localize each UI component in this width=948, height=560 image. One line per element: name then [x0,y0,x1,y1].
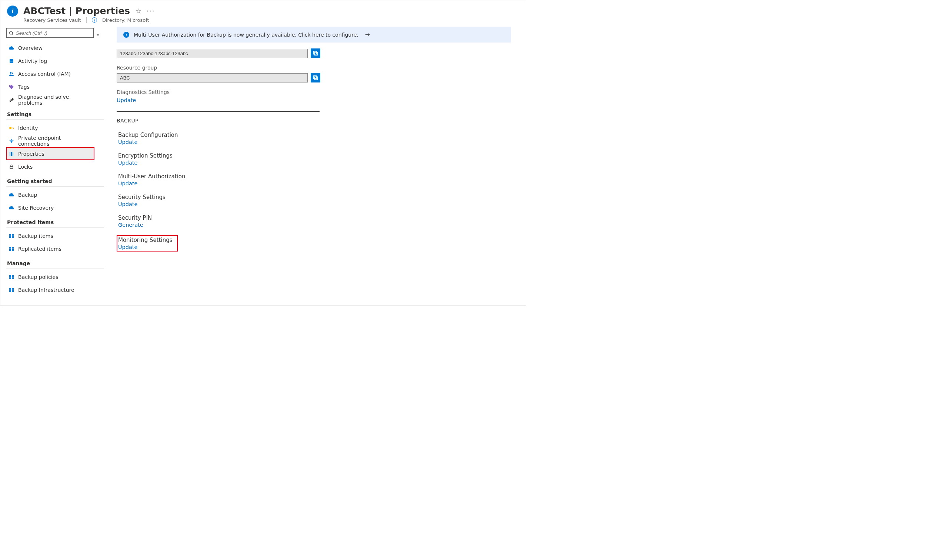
people-blue-icon [9,71,14,77]
svg-rect-20 [9,234,11,235]
collapse-sidebar-icon[interactable]: « [95,30,101,39]
sidebar-item-label: Access control (IAM) [18,71,71,77]
sidebar-item-label: Activity log [18,58,47,64]
copy-id-button[interactable] [311,48,320,58]
svg-rect-4 [10,61,12,62]
property-title: Security PIN [118,215,511,221]
svg-rect-36 [314,52,317,55]
svg-rect-30 [9,277,11,279]
favorite-star-icon[interactable]: ☆ [135,7,141,15]
page-header: i ABCTest | Properties ☆ ··· Recovery Se… [0,0,526,25]
svg-rect-26 [9,249,11,251]
svg-rect-25 [12,247,14,249]
sidebar-item-identity[interactable]: Identity [6,122,94,134]
sidebar-item-replicated-items[interactable]: Replicated items [6,242,94,255]
sidebar-item-label: Identity [18,125,38,131]
sidebar-item-overview[interactable]: Overview [6,42,94,54]
info-icon: i [123,32,129,38]
resource-type-label: Recovery Services vault [23,17,81,23]
property-action-link[interactable]: Generate [118,222,511,228]
sidebar-item-label: Replicated items [18,246,62,252]
sidebar-item-label: Overview [18,45,43,51]
more-actions-icon[interactable]: ··· [146,7,155,15]
svg-rect-24 [9,247,11,249]
svg-point-7 [10,85,11,86]
sidebar-item-label: Backup policies [18,274,59,280]
nav-section-getting-started: Getting started [6,173,104,187]
svg-rect-31 [12,277,14,279]
property-action-link[interactable]: Update [118,160,511,166]
property-action-link[interactable]: Update [118,180,511,186]
property-title: Backup Configuration [118,132,511,138]
sidebar-item-activity-log[interactable]: Activity log [6,54,94,67]
svg-rect-22 [9,236,11,238]
sidebar-search[interactable] [6,28,94,38]
copy-icon [313,75,318,80]
sidebar-item-backup-items[interactable]: Backup items [6,229,94,242]
arrow-right-icon: → [365,31,370,38]
sidebar-item-private-endpoint[interactable]: Private endpoint connections [6,134,94,147]
svg-point-5 [10,72,11,73]
svg-rect-28 [9,275,11,277]
info-icon[interactable]: i [92,17,97,23]
svg-rect-35 [12,290,14,292]
grid-blue-icon [9,274,14,280]
sidebar-item-diagnose[interactable]: Diagnose and solve problems [6,93,94,106]
nav-section-protected: Protected items [6,214,104,228]
property-title: Encryption Settings [118,152,511,159]
sidebar-item-label: Backup Infrastructure [18,287,74,293]
resource-group-field[interactable] [117,73,308,83]
sliders-blue-icon [9,151,14,157]
sidebar-item-label: Backup [18,192,37,198]
section-divider [117,111,320,112]
property-block: Security PINGenerate [117,215,511,228]
tag-purple-icon [9,84,14,90]
grid-blue-icon [9,287,14,293]
svg-rect-27 [12,249,14,251]
sidebar-item-label: Locks [18,164,32,170]
sidebar-item-properties[interactable]: Properties [6,147,94,160]
lock-icon [9,164,14,170]
svg-point-11 [11,140,12,142]
copy-resource-group-button[interactable] [311,73,320,83]
search-input[interactable] [16,30,91,36]
sidebar-item-label: Site Recovery [18,205,54,211]
property-action-link[interactable]: Update [118,139,511,145]
sidebar-item-backup[interactable]: Backup [6,188,94,201]
diagnostics-update-link[interactable]: Update [117,97,511,103]
banner-text: Multi-User Authorization for Backup is n… [134,32,358,38]
sidebar-item-access-control[interactable]: Access control (IAM) [6,67,94,80]
info-banner[interactable]: i Multi-User Authorization for Backup is… [117,27,511,43]
property-block: Backup ConfigurationUpdate [117,132,511,145]
svg-point-0 [9,31,12,34]
property-action-link[interactable]: Update [118,201,511,207]
property-title: Monitoring Settings [118,237,173,243]
cloud-blue-icon [9,205,14,211]
sidebar-item-locks[interactable]: Locks [6,160,94,173]
svg-rect-3 [10,60,12,60]
vault-info-icon: i [7,6,18,17]
property-block: Security SettingsUpdate [117,194,511,207]
vault-id-field[interactable] [117,49,308,58]
sidebar-item-backup-infra[interactable]: Backup Infrastructure [6,283,94,296]
page-title: ABCTest | Properties [23,6,130,16]
nav-section-manage: Manage [6,255,104,269]
endpoint-blue-icon [9,138,14,144]
svg-point-6 [12,72,13,74]
svg-line-1 [12,34,13,35]
sidebar-item-label: Tags [18,84,29,90]
main-content: i Multi-User Authorization for Backup is… [104,27,526,306]
svg-rect-37 [313,51,317,54]
svg-rect-33 [12,288,14,289]
svg-rect-34 [9,290,11,292]
sidebar-item-site-recovery[interactable]: Site Recovery [6,201,94,214]
sidebar-item-tags[interactable]: Tags [6,80,94,93]
sidebar-item-backup-policies[interactable]: Backup policies [6,271,94,283]
sidebar-item-label: Diagnose and solve problems [18,94,92,106]
svg-rect-23 [12,236,14,238]
property-title: Multi-User Authorization [118,173,511,180]
property-action-link[interactable]: Update [118,244,173,250]
svg-rect-39 [313,76,317,79]
key-yellow-icon [9,125,14,131]
directory-label: Directory: Microsoft [102,17,149,23]
